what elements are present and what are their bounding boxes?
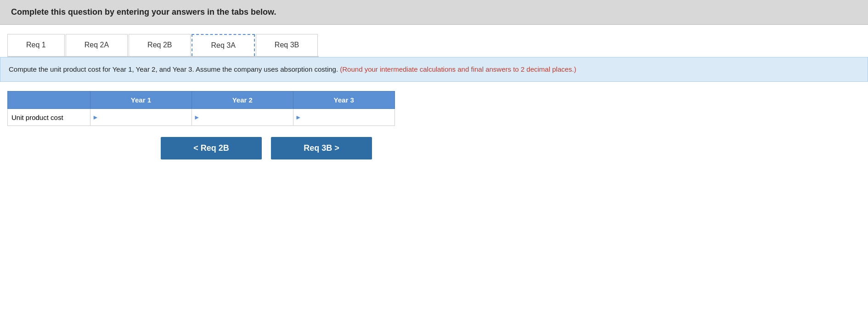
col-header-year2: Year 2 xyxy=(192,91,293,109)
year2-input-wrapper: ► xyxy=(192,109,293,125)
instructions-red: (Round your intermediate calculations an… xyxy=(340,65,576,73)
tabs-row: Req 1 Req 2A Req 2B Req 3A Req 3B xyxy=(7,34,319,57)
year3-arrow-icon: ► xyxy=(293,114,304,121)
tab-req3a[interactable]: Req 3A xyxy=(192,34,254,56)
header-bar: Complete this question by entering your … xyxy=(0,0,868,25)
instructions-main: Compute the unit product cost for Year 1… xyxy=(9,65,340,73)
prev-button[interactable]: < Req 2B xyxy=(161,137,262,159)
year2-input[interactable] xyxy=(202,111,293,124)
buttons-row: < Req 2B Req 3B > xyxy=(161,137,861,159)
tab-req1[interactable]: Req 1 xyxy=(7,34,65,56)
table-row: Unit product cost ► ► xyxy=(8,109,395,126)
header-instruction: Complete this question by entering your … xyxy=(11,7,276,17)
main-content: Req 1 Req 2A Req 2B Req 3A Req 3B Comput… xyxy=(0,34,868,159)
tab-req2b[interactable]: Req 2B xyxy=(129,34,191,56)
col-header-year1: Year 1 xyxy=(90,91,192,109)
year2-arrow-icon: ► xyxy=(192,114,202,121)
row-label: Unit product cost xyxy=(8,109,90,126)
year1-arrow-icon: ► xyxy=(90,114,101,121)
tab-req3b[interactable]: Req 3B xyxy=(256,34,318,56)
year3-input-wrapper: ► xyxy=(293,109,395,125)
data-table: Year 1 Year 2 Year 3 Unit product cost xyxy=(7,91,395,126)
year3-input[interactable] xyxy=(304,111,395,124)
year1-cell: ► xyxy=(90,109,192,126)
col-header-year3: Year 3 xyxy=(293,91,395,109)
col-header-empty xyxy=(8,91,90,109)
instructions-box: Compute the unit product cost for Year 1… xyxy=(0,57,868,82)
next-button[interactable]: Req 3B > xyxy=(271,137,372,159)
year1-input-wrapper: ► xyxy=(90,109,192,125)
table-container: Year 1 Year 2 Year 3 Unit product cost xyxy=(7,91,861,126)
year2-cell: ► xyxy=(192,109,293,126)
year3-cell: ► xyxy=(293,109,395,126)
tab-req2a[interactable]: Req 2A xyxy=(66,34,128,56)
year1-input[interactable] xyxy=(101,111,192,124)
